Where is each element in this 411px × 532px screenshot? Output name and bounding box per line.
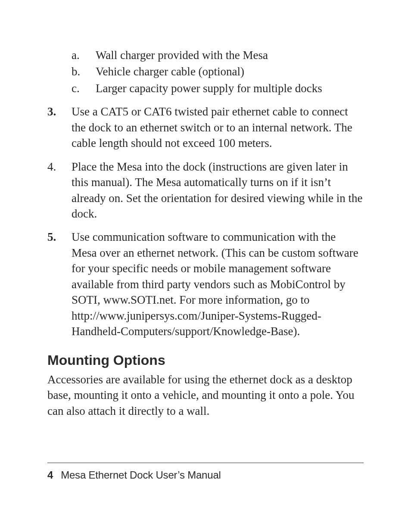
list-text: Wall charger provided with the Mesa: [96, 49, 268, 62]
list-item-4: 4. Place the Mesa into the dock (instruc…: [47, 159, 364, 222]
manual-title: Mesa Ethernet Dock User’s Manual: [61, 469, 221, 481]
page-number: 4: [47, 469, 53, 481]
page-footer: 4Mesa Ethernet Dock User’s Manual: [47, 463, 364, 481]
footer-divider: [47, 463, 364, 463]
footer-text: 4Mesa Ethernet Dock User’s Manual: [47, 469, 364, 481]
document-page: a. Wall charger provided with the Mesa b…: [0, 0, 411, 532]
list-text: Use a CAT5 or CAT6 twisted pair ethernet…: [72, 105, 352, 149]
list-marker: 3.: [47, 104, 65, 119]
numbered-list: 3. Use a CAT5 or CAT6 twisted pair ether…: [47, 104, 364, 339]
nested-list: a. Wall charger provided with the Mesa b…: [47, 47, 364, 96]
sublist-item-c: c. Larger capacity power supply for mult…: [72, 81, 364, 96]
list-text: Larger capacity power supply for multipl…: [96, 82, 322, 95]
sublist-item-b: b. Vehicle charger cable (optional): [72, 64, 364, 79]
list-marker: b.: [72, 64, 89, 79]
section-paragraph: Accessories are available for using the …: [47, 372, 364, 419]
section-heading-mounting-options: Mounting Options: [47, 351, 364, 370]
sublist-item-a: a. Wall charger provided with the Mesa: [72, 47, 364, 63]
list-text: Vehicle charger cable (optional): [96, 65, 244, 78]
page-content: a. Wall charger provided with the Mesa b…: [47, 47, 364, 419]
list-marker: 5.: [47, 229, 65, 245]
list-text: Use communication software to communicat…: [72, 230, 358, 338]
list-marker: a.: [72, 47, 89, 63]
list-marker: c.: [72, 81, 89, 96]
list-text: Place the Mesa into the dock (instructio…: [72, 160, 363, 220]
list-item-5: 5. Use communication software to communi…: [47, 229, 364, 339]
list-marker: 4.: [47, 159, 65, 174]
list-item-3: 3. Use a CAT5 or CAT6 twisted pair ether…: [47, 104, 364, 151]
